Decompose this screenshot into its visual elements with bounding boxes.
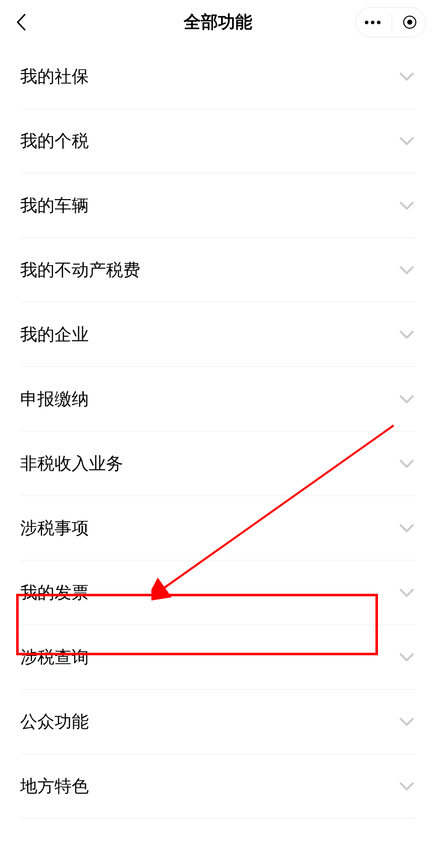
chevron-left-icon xyxy=(16,13,27,32)
menu-item-label: 我的社保 xyxy=(20,65,89,88)
chevron-down-icon xyxy=(398,132,416,150)
dot-icon xyxy=(377,21,380,24)
header: 全部功能 xyxy=(0,0,436,44)
menu-item-label: 我的企业 xyxy=(20,323,89,346)
menu-item-public-functions[interactable]: 公众功能 xyxy=(20,690,416,754)
capsule-menu xyxy=(355,7,426,37)
menu-item-tax-matters[interactable]: 涉税事项 xyxy=(20,496,416,561)
menu-item-label: 地方特色 xyxy=(20,775,89,798)
menu-item-label: 我的车辆 xyxy=(20,194,89,217)
chevron-down-icon xyxy=(398,261,416,279)
chevron-down-icon xyxy=(398,197,416,215)
menu-item-my-enterprise[interactable]: 我的企业 xyxy=(20,302,416,367)
menu-item-local-features[interactable]: 地方特色 xyxy=(20,754,416,819)
chevron-down-icon xyxy=(398,777,416,795)
menu-list: 我的社保我的个税我的车辆我的不动产税费我的企业申报缴纳非税收入业务涉税事项我的发… xyxy=(0,44,436,819)
dot-icon xyxy=(371,21,374,24)
back-button[interactable] xyxy=(10,11,32,33)
chevron-down-icon xyxy=(398,326,416,344)
menu-item-my-real-estate-tax[interactable]: 我的不动产税费 xyxy=(20,238,416,302)
menu-item-label: 涉税事项 xyxy=(20,517,89,540)
menu-item-my-vehicle[interactable]: 我的车辆 xyxy=(20,173,416,238)
menu-item-non-tax-revenue[interactable]: 非税收入业务 xyxy=(20,431,416,496)
menu-item-label: 涉税查询 xyxy=(20,646,89,669)
menu-item-label: 我的不动产税费 xyxy=(20,259,140,282)
menu-item-my-income-tax[interactable]: 我的个税 xyxy=(20,109,416,173)
chevron-down-icon xyxy=(398,68,416,86)
chevron-down-icon xyxy=(398,584,416,602)
chevron-down-icon xyxy=(398,713,416,731)
divider xyxy=(392,14,393,31)
page-title: 全部功能 xyxy=(184,11,252,34)
dot-icon xyxy=(365,21,368,24)
menu-item-label: 申报缴纳 xyxy=(20,388,89,411)
chevron-down-icon xyxy=(398,519,416,537)
menu-item-my-social-insurance[interactable]: 我的社保 xyxy=(20,44,416,109)
menu-item-label: 我的发票 xyxy=(20,581,89,604)
menu-item-label: 公众功能 xyxy=(20,710,89,733)
menu-item-label: 非税收入业务 xyxy=(20,452,123,475)
menu-item-declaration-payment[interactable]: 申报缴纳 xyxy=(20,367,416,431)
chevron-down-icon xyxy=(398,648,416,666)
close-button[interactable] xyxy=(403,16,416,29)
menu-item-label: 我的个税 xyxy=(20,130,89,153)
more-button[interactable] xyxy=(365,21,380,24)
menu-item-my-invoice[interactable]: 我的发票 xyxy=(20,561,416,625)
chevron-down-icon xyxy=(398,455,416,473)
target-inner-icon xyxy=(407,20,412,25)
menu-item-tax-query[interactable]: 涉税查询 xyxy=(20,625,416,690)
chevron-down-icon xyxy=(398,390,416,408)
